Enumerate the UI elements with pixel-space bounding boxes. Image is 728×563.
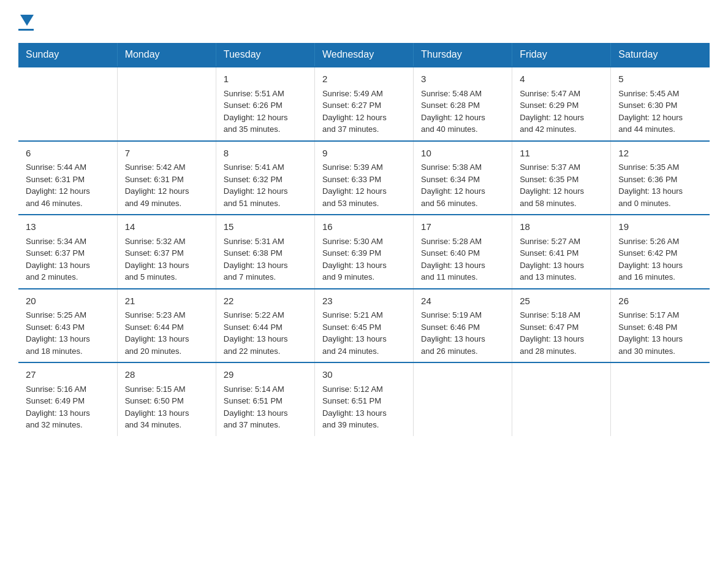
calendar-cell: 2Sunrise: 5:49 AM Sunset: 6:27 PM Daylig… [314, 67, 413, 141]
calendar-week-5: 27Sunrise: 5:16 AM Sunset: 6:49 PM Dayli… [18, 362, 710, 436]
day-number: 25 [520, 294, 603, 308]
day-info: Sunrise: 5:51 AM Sunset: 6:26 PM Dayligh… [224, 88, 307, 136]
day-number: 3 [421, 72, 504, 86]
calendar-cell: 21Sunrise: 5:23 AM Sunset: 6:44 PM Dayli… [117, 289, 216, 363]
day-info: Sunrise: 5:31 AM Sunset: 6:38 PM Dayligh… [224, 236, 307, 283]
calendar-cell [117, 67, 216, 141]
day-number: 22 [224, 294, 307, 308]
day-number: 5 [618, 72, 702, 86]
day-info: Sunrise: 5:21 AM Sunset: 6:45 PM Dayligh… [322, 309, 406, 357]
day-info: Sunrise: 5:39 AM Sunset: 6:33 PM Dayligh… [322, 161, 406, 209]
calendar-cell: 17Sunrise: 5:28 AM Sunset: 6:40 PM Dayli… [414, 215, 512, 289]
calendar-cell: 13Sunrise: 5:34 AM Sunset: 6:37 PM Dayli… [18, 215, 117, 289]
calendar-cell: 3Sunrise: 5:48 AM Sunset: 6:28 PM Daylig… [414, 67, 512, 141]
calendar-cell: 19Sunrise: 5:26 AM Sunset: 6:42 PM Dayli… [611, 215, 710, 289]
calendar-cell: 14Sunrise: 5:32 AM Sunset: 6:37 PM Dayli… [117, 215, 216, 289]
calendar-week-3: 13Sunrise: 5:34 AM Sunset: 6:37 PM Dayli… [18, 215, 710, 289]
calendar-cell: 1Sunrise: 5:51 AM Sunset: 6:26 PM Daylig… [216, 67, 314, 141]
day-number: 6 [26, 147, 110, 161]
calendar-cell: 30Sunrise: 5:12 AM Sunset: 6:51 PM Dayli… [314, 362, 413, 436]
calendar-cell: 8Sunrise: 5:41 AM Sunset: 6:32 PM Daylig… [216, 141, 314, 215]
day-info: Sunrise: 5:28 AM Sunset: 6:40 PM Dayligh… [421, 236, 504, 283]
day-number: 12 [618, 147, 702, 161]
day-info: Sunrise: 5:30 AM Sunset: 6:39 PM Dayligh… [322, 236, 406, 283]
calendar-header: SundayMondayTuesdayWednesdayThursdayFrid… [18, 43, 710, 67]
day-number: 21 [125, 294, 208, 308]
day-info: Sunrise: 5:42 AM Sunset: 6:31 PM Dayligh… [125, 161, 208, 209]
day-number: 16 [322, 220, 406, 234]
calendar-cell: 24Sunrise: 5:19 AM Sunset: 6:46 PM Dayli… [414, 289, 512, 363]
logo-underline [18, 29, 34, 31]
day-info: Sunrise: 5:47 AM Sunset: 6:29 PM Dayligh… [520, 88, 603, 136]
day-info: Sunrise: 5:27 AM Sunset: 6:41 PM Dayligh… [520, 236, 603, 283]
day-number: 29 [224, 368, 307, 382]
day-info: Sunrise: 5:16 AM Sunset: 6:49 PM Dayligh… [26, 383, 110, 431]
calendar-cell: 18Sunrise: 5:27 AM Sunset: 6:41 PM Dayli… [512, 215, 611, 289]
day-number: 24 [421, 294, 504, 308]
day-header-wednesday: Wednesday [314, 43, 413, 67]
calendar-cell: 22Sunrise: 5:22 AM Sunset: 6:44 PM Dayli… [216, 289, 314, 363]
day-info: Sunrise: 5:37 AM Sunset: 6:35 PM Dayligh… [520, 161, 603, 209]
day-number: 30 [322, 368, 406, 382]
day-number: 17 [421, 220, 504, 234]
day-info: Sunrise: 5:48 AM Sunset: 6:28 PM Dayligh… [421, 88, 504, 136]
day-info: Sunrise: 5:35 AM Sunset: 6:36 PM Dayligh… [618, 161, 702, 209]
day-number: 11 [520, 147, 603, 161]
day-number: 20 [26, 294, 110, 308]
calendar-cell: 28Sunrise: 5:15 AM Sunset: 6:50 PM Dayli… [117, 362, 216, 436]
day-info: Sunrise: 5:44 AM Sunset: 6:31 PM Dayligh… [26, 161, 110, 209]
day-number: 10 [421, 147, 504, 161]
calendar-cell: 15Sunrise: 5:31 AM Sunset: 6:38 PM Dayli… [216, 215, 314, 289]
calendar-cell [18, 67, 117, 141]
logo-blue-text [18, 12, 34, 27]
page-header [18, 12, 710, 31]
calendar-week-2: 6Sunrise: 5:44 AM Sunset: 6:31 PM Daylig… [18, 141, 710, 215]
day-number: 9 [322, 147, 406, 161]
day-info: Sunrise: 5:12 AM Sunset: 6:51 PM Dayligh… [322, 383, 406, 431]
calendar-cell: 27Sunrise: 5:16 AM Sunset: 6:49 PM Dayli… [18, 362, 117, 436]
day-info: Sunrise: 5:22 AM Sunset: 6:44 PM Dayligh… [224, 309, 307, 357]
calendar-cell: 26Sunrise: 5:17 AM Sunset: 6:48 PM Dayli… [611, 289, 710, 363]
calendar-cell: 10Sunrise: 5:38 AM Sunset: 6:34 PM Dayli… [414, 141, 512, 215]
day-info: Sunrise: 5:23 AM Sunset: 6:44 PM Dayligh… [125, 309, 208, 357]
day-number: 26 [618, 294, 702, 308]
calendar-cell: 5Sunrise: 5:45 AM Sunset: 6:30 PM Daylig… [611, 67, 710, 141]
calendar-cell [512, 362, 611, 436]
day-number: 13 [26, 220, 110, 234]
calendar-week-4: 20Sunrise: 5:25 AM Sunset: 6:43 PM Dayli… [18, 289, 710, 363]
calendar-table: SundayMondayTuesdayWednesdayThursdayFrid… [18, 43, 710, 436]
day-header-saturday: Saturday [611, 43, 710, 67]
day-number: 7 [125, 147, 208, 161]
calendar-cell: 29Sunrise: 5:14 AM Sunset: 6:51 PM Dayli… [216, 362, 314, 436]
day-info: Sunrise: 5:38 AM Sunset: 6:34 PM Dayligh… [421, 161, 504, 209]
day-info: Sunrise: 5:18 AM Sunset: 6:47 PM Dayligh… [520, 309, 603, 357]
days-of-week-row: SundayMondayTuesdayWednesdayThursdayFrid… [18, 43, 710, 67]
calendar-cell: 23Sunrise: 5:21 AM Sunset: 6:45 PM Dayli… [314, 289, 413, 363]
calendar-cell: 12Sunrise: 5:35 AM Sunset: 6:36 PM Dayli… [611, 141, 710, 215]
day-info: Sunrise: 5:15 AM Sunset: 6:50 PM Dayligh… [125, 383, 208, 431]
day-header-sunday: Sunday [18, 43, 117, 67]
day-info: Sunrise: 5:49 AM Sunset: 6:27 PM Dayligh… [322, 88, 406, 136]
day-number: 1 [224, 72, 307, 86]
calendar-cell: 6Sunrise: 5:44 AM Sunset: 6:31 PM Daylig… [18, 141, 117, 215]
day-header-thursday: Thursday [414, 43, 512, 67]
calendar-cell: 20Sunrise: 5:25 AM Sunset: 6:43 PM Dayli… [18, 289, 117, 363]
day-number: 4 [520, 72, 603, 86]
calendar-cell: 7Sunrise: 5:42 AM Sunset: 6:31 PM Daylig… [117, 141, 216, 215]
day-info: Sunrise: 5:32 AM Sunset: 6:37 PM Dayligh… [125, 236, 208, 283]
calendar-cell: 11Sunrise: 5:37 AM Sunset: 6:35 PM Dayli… [512, 141, 611, 215]
day-number: 23 [322, 294, 406, 308]
day-number: 2 [322, 72, 406, 86]
calendar-cell: 25Sunrise: 5:18 AM Sunset: 6:47 PM Dayli… [512, 289, 611, 363]
calendar-cell [414, 362, 512, 436]
day-number: 27 [26, 368, 110, 382]
day-info: Sunrise: 5:34 AM Sunset: 6:37 PM Dayligh… [26, 236, 110, 283]
day-number: 18 [520, 220, 603, 234]
day-info: Sunrise: 5:41 AM Sunset: 6:32 PM Dayligh… [224, 161, 307, 209]
day-number: 28 [125, 368, 208, 382]
calendar-cell [611, 362, 710, 436]
svg-marker-0 [20, 15, 34, 26]
day-number: 15 [224, 220, 307, 234]
calendar-week-1: 1Sunrise: 5:51 AM Sunset: 6:26 PM Daylig… [18, 67, 710, 141]
day-info: Sunrise: 5:25 AM Sunset: 6:43 PM Dayligh… [26, 309, 110, 357]
